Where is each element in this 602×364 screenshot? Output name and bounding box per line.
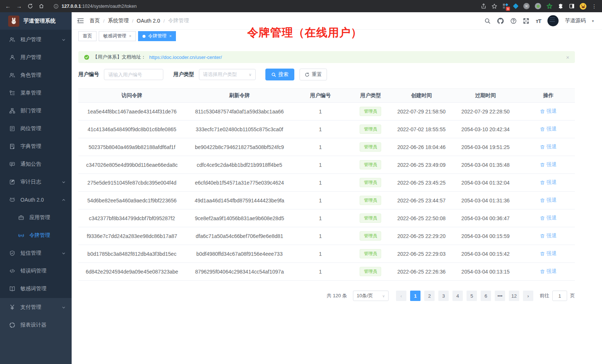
force-logout-button[interactable]: 强退 [540,108,556,115]
breadcrumb-item[interactable]: 系统管理 [108,17,129,24]
access-token-cell: 275e5de9151045fe87cbdc395e004f4d [78,174,186,192]
sidepanel-icon[interactable] [569,3,575,9]
page-button-12[interactable]: 12 [509,291,519,301]
user-avatar[interactable] [547,15,559,26]
sidebar-item-role[interactable]: 角色管理 [0,66,72,84]
user-id-input[interactable] [104,69,163,80]
access-token-cell: 502375b8040a469a9b82188afdf6af1f [78,138,186,156]
page-button-2[interactable]: 2 [424,291,435,301]
search-icon[interactable] [484,18,491,24]
alert-close-icon[interactable]: × [566,54,569,60]
sidebar-item-dept[interactable]: 部门管理 [0,102,72,120]
extension-with-badge-icon[interactable]: 9 [503,3,508,9]
menu-icon [9,90,16,96]
force-logout-button[interactable]: 强退 [540,215,556,221]
sidebar-item-label: 岗位管理 [20,125,41,132]
create-time-cell: 2022-06-25 23:49:09 [394,156,449,174]
reset-button[interactable]: 重置 [300,69,327,80]
prev-page-button[interactable]: ‹ [396,291,406,301]
force-logout-button[interactable]: 强退 [540,179,556,186]
fullscreen-icon[interactable] [523,18,529,24]
force-logout-button[interactable]: 强退 [540,268,556,275]
breadcrumb-separator: / [132,18,134,24]
share-icon[interactable] [481,3,486,9]
page-button-4[interactable]: 4 [452,291,463,301]
page-ellipsis[interactable]: ••• [495,291,505,301]
sidebar-item-sms[interactable]: 短信管理 [0,244,72,262]
page-button-1[interactable]: 1 [410,291,421,301]
sidebar-item-audit[interactable]: 审计日志 [0,173,72,191]
green-star-extension-icon[interactable] [546,3,553,9]
sidebar-item-oauth2-token[interactable]: (A)令牌管理 [0,226,72,244]
gem-extension-icon[interactable] [513,4,518,9]
audit-log-icon [9,179,16,185]
sidebar-item-user[interactable]: 用户管理 [0,49,72,66]
command-extension-icon[interactable]: ⌘ [523,3,530,9]
sidebar-item-notice[interactable]: 通知公告 [0,155,72,173]
address-bar[interactable]: 127.0.0.1:1024/system/oauth2/token [53,4,137,9]
sidebar-item-tenant[interactable]: 租户管理 [0,31,72,49]
delete-icon [540,216,545,221]
page-button-3[interactable]: 3 [438,291,449,301]
help-icon[interactable] [510,18,517,24]
tab-首页[interactable]: 首页 [78,31,96,41]
force-logout-button[interactable]: 强退 [540,250,556,257]
page-size-select[interactable]: 10条/页 ∨ [353,291,389,301]
alert-doc-link[interactable]: https://doc.iocoder.cn/user-center/ [149,54,222,60]
dict-icon [9,143,16,149]
recorder-extension-icon[interactable] [535,3,541,9]
page-info-icon[interactable] [53,4,59,9]
sidebar-item-dict[interactable]: 字典管理 [0,138,72,155]
user-menu-caret-icon[interactable]: ▾ [592,19,594,23]
page-button-6[interactable]: 6 [481,291,491,301]
action-cell: 强退 [522,156,575,174]
browser-back-icon[interactable]: ← [5,3,11,9]
sidebar-item-sensitive[interactable]: 敏感词管理 [0,280,72,298]
sidebar-item-oauth2[interactable]: OAuth 2.0 [0,191,72,209]
font-size-icon[interactable]: тT [536,18,541,24]
tab-敏感词管理[interactable]: 敏感词管理× [99,31,136,41]
force-logout-button[interactable]: 强退 [540,232,556,239]
puzzle-extension-icon[interactable] [558,3,564,9]
sidebar-item-label: 短信管理 [20,250,41,257]
user-type-cell: 管理员 [347,138,393,156]
reset-refresh-icon [305,72,310,77]
goto-page-input[interactable] [552,291,567,301]
tab-close-icon[interactable]: × [169,34,171,38]
browser-menu-icon[interactable]: ⋮ [592,3,597,9]
access-token-cell: 41c41346a548490f9dc8b01c6bfe0865 [78,120,186,138]
user-type-select[interactable]: 请选择用户类型 ∨ [199,69,256,80]
sidebar-item-menu[interactable]: 菜单管理 [0,84,72,102]
delete-icon [540,269,545,274]
bookmark-star-icon[interactable] [491,3,497,9]
page-button-5[interactable]: 5 [467,291,477,301]
next-page-button[interactable]: › [523,291,533,301]
search-button[interactable]: 搜索 [265,69,294,80]
sidebar-item-pay[interactable]: 支付管理 [0,298,72,316]
force-logout-button[interactable]: 强退 [540,161,556,168]
extension-badge-count: 9 [506,7,510,11]
create-time-cell: 2022-07-29 21:58:50 [394,103,449,120]
app-logo-header[interactable]: 芋道管理系统 [0,12,72,30]
tab-令牌管理[interactable]: 令牌管理× [138,31,176,41]
browser-reload-icon[interactable] [27,3,33,9]
force-logout-button[interactable]: 强退 [540,143,556,150]
tab-close-icon[interactable]: × [129,34,131,38]
profile-emoji-icon[interactable] [580,3,586,10]
breadcrumb-item[interactable]: 首页 [89,17,100,24]
collapse-menu-icon[interactable] [77,18,84,24]
expire-time-cell: 2054-03-10 20:42:34 [449,120,521,138]
sidebar-item-report[interactable]: 报表设计器 [0,316,72,334]
force-logout-button[interactable]: 强退 [540,126,556,132]
user-name[interactable]: 芋道源码 [565,17,586,24]
user-id-cell: 1 [293,209,347,227]
github-icon[interactable] [497,17,504,24]
breadcrumb-item[interactable]: OAuth 2.0 [137,18,160,24]
sidebar-item-errcode[interactable]: 错误码管理 [0,262,72,280]
chevron-down-icon [62,305,66,310]
browser-home-icon[interactable] [39,3,44,9]
force-logout-button[interactable]: 强退 [540,197,556,203]
sidebar-item-post[interactable]: 岗位管理 [0,120,72,138]
browser-forward-icon[interactable]: → [16,3,22,9]
sidebar-item-oauth2-app[interactable]: 应用管理 [0,209,72,226]
